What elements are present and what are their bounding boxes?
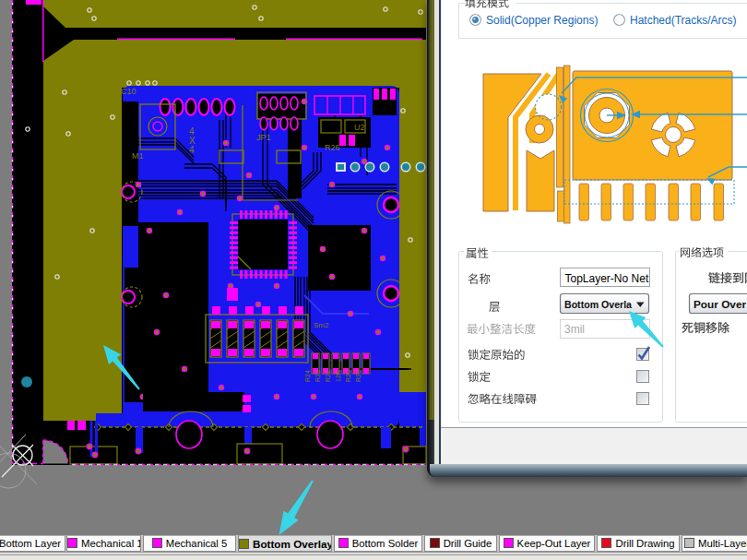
svg-text:Pour Over S: Pour Over S	[694, 298, 747, 311]
svg-text:Solid(Copper Regions): Solid(Copper Regions)	[486, 14, 598, 27]
svg-text:Hatched(Tracks/Arcs): Hatched(Tracks/Arcs)	[630, 14, 737, 27]
svg-text:Bottom Overla: Bottom Overla	[564, 299, 632, 310]
svg-text:TopLayer-No Net: TopLayer-No Net	[565, 272, 649, 285]
svg-text:3mil: 3mil	[564, 323, 585, 336]
